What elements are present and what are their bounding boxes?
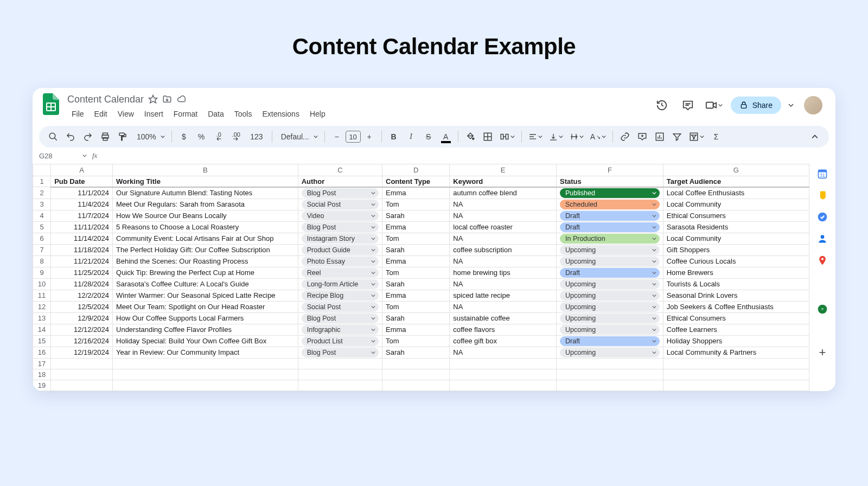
print-icon[interactable] bbox=[98, 129, 113, 144]
cell-pub-date[interactable]: 11/14/2024 bbox=[51, 233, 113, 244]
cell-working-title[interactable]: Year in Review: Our Community Impact bbox=[113, 347, 298, 358]
status-chip[interactable]: Scheduled bbox=[560, 200, 660, 209]
tasks-addon-icon[interactable] bbox=[817, 212, 828, 222]
cell-author[interactable]: Emma bbox=[382, 324, 450, 335]
cell-keyword[interactable]: NA bbox=[450, 347, 557, 358]
content-type-chip[interactable]: Social Post bbox=[302, 302, 379, 312]
name-box-dropdown-icon[interactable] bbox=[82, 154, 87, 158]
functions-button[interactable]: Σ bbox=[709, 129, 724, 144]
row-header-1[interactable]: 1 bbox=[33, 176, 51, 187]
cell-target-audience[interactable]: Local Community bbox=[663, 233, 809, 244]
cell-keyword[interactable]: NA bbox=[450, 278, 557, 290]
row-header-17[interactable]: 17 bbox=[33, 358, 51, 369]
decrease-decimal-button[interactable]: .0 bbox=[211, 129, 226, 144]
cell-author[interactable]: Sarah bbox=[382, 312, 450, 324]
column-header-D[interactable]: D bbox=[382, 164, 450, 176]
status-chip[interactable]: Upcoming bbox=[560, 245, 660, 255]
status-chip[interactable]: Upcoming bbox=[560, 348, 660, 357]
cell-working-title[interactable]: Community Event: Local Artisans Fair at … bbox=[113, 233, 298, 244]
maps-addon-icon[interactable] bbox=[817, 255, 828, 266]
cell-keyword[interactable]: coffee flavors bbox=[450, 324, 557, 335]
content-type-chip[interactable]: Photo Essay bbox=[302, 257, 379, 266]
cell-working-title[interactable]: Meet Our Regulars: Sarah from Sarasota bbox=[113, 199, 298, 210]
contacts-addon-icon[interactable] bbox=[817, 233, 828, 244]
status-chip[interactable]: Draft bbox=[560, 222, 660, 232]
cell-target-audience[interactable]: Sarasota Residents bbox=[663, 221, 809, 233]
cell-content-type[interactable]: Reel bbox=[298, 267, 382, 278]
spreadsheet-grid[interactable]: ABCDEFG 1 Pub Date Working Title Author … bbox=[33, 164, 809, 391]
cell-pub-date[interactable]: 11/1/2024 bbox=[51, 187, 113, 199]
keep-addon-icon[interactable] bbox=[817, 190, 828, 201]
cell-target-audience[interactable]: Seasonal Drink Lovers bbox=[663, 290, 809, 301]
cell-pub-date[interactable]: 12/9/2024 bbox=[51, 312, 113, 324]
zoom-dropdown[interactable]: 100% bbox=[132, 129, 167, 144]
cell-author[interactable]: Sarah bbox=[382, 347, 450, 358]
horizontal-align-button[interactable] bbox=[526, 129, 545, 144]
menu-edit[interactable]: Edit bbox=[90, 107, 112, 120]
content-type-chip[interactable]: Long-form Article bbox=[302, 279, 379, 289]
cell-target-audience[interactable]: Coffee Curious Locals bbox=[663, 255, 809, 267]
row-header-13[interactable]: 13 bbox=[33, 312, 51, 324]
cell-target-audience[interactable]: Gift Shoppers bbox=[663, 244, 809, 255]
cell-keyword[interactable]: sustainable coffee bbox=[450, 312, 557, 324]
cell-working-title[interactable]: Behind the Scenes: Our Roasting Process bbox=[113, 255, 298, 267]
cell-content-type[interactable]: Photo Essay bbox=[298, 255, 382, 267]
calendar-addon-icon[interactable]: 31 bbox=[817, 168, 828, 179]
status-chip[interactable]: Draft bbox=[560, 211, 660, 221]
document-title[interactable]: Content Calendar bbox=[67, 94, 144, 105]
add-addon-icon[interactable]: + bbox=[817, 347, 828, 358]
cell-pub-date[interactable]: 11/7/2024 bbox=[51, 210, 113, 221]
cell-working-title[interactable]: How Our Coffee Supports Local Farmers bbox=[113, 312, 298, 324]
cell-pub-date[interactable]: 11/11/2024 bbox=[51, 221, 113, 233]
cell-author[interactable]: Tom bbox=[382, 199, 450, 210]
text-color-button[interactable]: A bbox=[438, 129, 454, 144]
cell-pub-date[interactable]: 12/19/2024 bbox=[51, 347, 113, 358]
status-chip[interactable]: Upcoming bbox=[560, 314, 660, 323]
menu-extensions[interactable]: Extensions bbox=[258, 107, 303, 120]
cell-working-title[interactable]: Holiday Special: Build Your Own Coffee G… bbox=[113, 335, 298, 347]
cell-author[interactable]: Tom bbox=[382, 233, 450, 244]
content-type-chip[interactable]: Reel bbox=[302, 268, 379, 278]
cell-status[interactable]: Upcoming bbox=[557, 255, 663, 267]
header-status[interactable]: Status bbox=[557, 176, 663, 187]
currency-button[interactable]: $ bbox=[176, 129, 192, 144]
cell-status[interactable]: Draft bbox=[557, 267, 663, 278]
cell-status[interactable]: Upcoming bbox=[557, 324, 663, 335]
cell-pub-date[interactable]: 11/4/2024 bbox=[51, 199, 113, 210]
cell-status[interactable]: Upcoming bbox=[557, 244, 663, 255]
cell-content-type[interactable]: Blog Post bbox=[298, 221, 382, 233]
cell-target-audience[interactable]: Local Coffee Enthusiasts bbox=[663, 187, 809, 199]
cell-keyword[interactable]: autumn coffee blend bbox=[450, 187, 557, 199]
row-header-3[interactable]: 3 bbox=[33, 199, 51, 210]
text-wrap-button[interactable] bbox=[567, 129, 586, 144]
cell-status[interactable]: Upcoming bbox=[557, 278, 663, 290]
content-type-chip[interactable]: Social Post bbox=[302, 200, 379, 209]
cell-content-type[interactable]: Blog Post bbox=[298, 312, 382, 324]
name-box[interactable]: G28 bbox=[39, 152, 77, 160]
cell-working-title[interactable]: 5 Reasons to Choose a Local Roastery bbox=[113, 221, 298, 233]
cell-content-type[interactable]: Infographic bbox=[298, 324, 382, 335]
content-type-chip[interactable]: Blog Post bbox=[302, 314, 379, 323]
cell-working-title[interactable]: Sarasota's Coffee Culture: A Local's Gui… bbox=[113, 278, 298, 290]
cell-target-audience[interactable]: Job Seekers & Coffee Enthusiasts bbox=[663, 301, 809, 312]
header-keyword[interactable]: Keyword bbox=[450, 176, 557, 187]
row-header-19[interactable]: 19 bbox=[33, 380, 51, 391]
content-type-chip[interactable]: Infographic bbox=[302, 325, 379, 335]
insert-link-button[interactable] bbox=[617, 129, 633, 144]
content-type-chip[interactable]: Instagram Story bbox=[302, 234, 379, 244]
cell-status[interactable]: Upcoming bbox=[557, 290, 663, 301]
font-dropdown[interactable]: Defaul... bbox=[277, 129, 320, 144]
column-header-B[interactable]: B bbox=[113, 164, 298, 176]
increase-font-size-button[interactable]: + bbox=[362, 129, 377, 144]
cell-target-audience[interactable]: Local Community & Partners bbox=[663, 347, 809, 358]
row-header-8[interactable]: 8 bbox=[33, 255, 51, 267]
cell-status[interactable]: Draft bbox=[557, 221, 663, 233]
bold-button[interactable]: B bbox=[386, 129, 401, 144]
cell-working-title[interactable]: Our Signature Autumn Blend: Tasting Note… bbox=[113, 187, 298, 199]
cell-pub-date[interactable]: 11/25/2024 bbox=[51, 267, 113, 278]
menu-insert[interactable]: Insert bbox=[140, 107, 168, 120]
row-header-4[interactable]: 4 bbox=[33, 210, 51, 221]
filter-views-button[interactable] bbox=[687, 129, 706, 144]
menu-format[interactable]: Format bbox=[169, 107, 202, 120]
cell-author[interactable]: Sarah bbox=[382, 244, 450, 255]
